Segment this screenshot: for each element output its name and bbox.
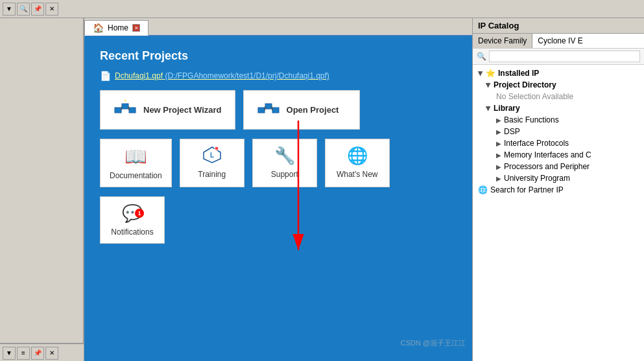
training-label: Training <box>198 170 226 179</box>
tree-arrow-project: ▶ <box>485 82 492 87</box>
tree-university[interactable]: ▶ University Program <box>473 172 644 184</box>
tree-arrow-processors: ▶ <box>496 163 501 170</box>
svg-line-3 <box>121 106 122 110</box>
library-label: Library <box>494 104 520 113</box>
tree-arrow-memory: ▶ <box>496 152 501 159</box>
project-name[interactable]: Dchufaqi1.qpf (D:/FPGAhomework/test1/D1/… <box>115 71 329 80</box>
search-partner-label: Search for Partner IP <box>490 185 564 194</box>
university-label: University Program <box>504 174 570 183</box>
documentation-icon: 📖 <box>125 146 147 167</box>
tree-arrow-library: ▶ <box>485 106 492 111</box>
support-label: Support <box>271 170 298 179</box>
whats-new-label: What's New <box>337 170 378 179</box>
tree-library[interactable]: ▶ Library <box>473 102 644 114</box>
toolbar-btn-close[interactable]: ✕ <box>45 3 58 16</box>
left-toolbar-btn-4[interactable]: ✕ <box>45 347 58 360</box>
tree-arrow-basic: ▶ <box>496 117 501 124</box>
svg-rect-2 <box>129 108 136 113</box>
installed-ip-icon: ⭐ <box>486 69 495 78</box>
toolbar-btn-1[interactable]: ▼ <box>3 3 16 16</box>
svg-rect-7 <box>265 104 272 109</box>
new-project-label: New Project Wizard <box>143 105 222 115</box>
tree-arrow-interface: ▶ <box>496 140 501 147</box>
training-btn[interactable]: L Training <box>180 139 244 187</box>
svg-rect-0 <box>115 108 121 113</box>
home-icon: 🏠 <box>93 23 104 33</box>
ip-catalog-header: IP Catalog <box>473 18 644 34</box>
globe-icon: 🌐 <box>478 185 488 194</box>
tab-bar: 🏠 Home ✕ <box>84 18 472 36</box>
main-container: ▼ ≡ 📌 ✕ 🏠 Home ✕ Recent Projects 📄 <box>0 18 644 361</box>
ip-tree: ▶ ⭐ Installed IP ▶ Project Directory No … <box>473 65 644 361</box>
left-toolbar-btn-2[interactable]: ≡ <box>17 347 30 360</box>
action-buttons-row: New Project Wizard Open Project <box>100 90 457 130</box>
search-icon: 🔍 <box>477 52 486 61</box>
tab-home-label: Home <box>108 23 128 32</box>
support-btn[interactable]: 🔧 Support <box>252 139 317 187</box>
tree-project-directory[interactable]: ▶ Project Directory <box>473 79 644 91</box>
svg-rect-1 <box>122 104 128 109</box>
support-icon: 🔧 <box>274 146 295 166</box>
tree-search-partner[interactable]: 🌐 Search for Partner IP <box>473 184 644 196</box>
tree-memory-interfaces[interactable]: ▶ Memory Interfaces and C <box>473 149 644 161</box>
documentation-btn[interactable]: 📖 Documentation <box>100 139 172 187</box>
project-path-text: (D:/FPGAhomework/test1/D1/prj/Dchufaqi1.… <box>165 71 329 80</box>
tree-interface-protocols[interactable]: ▶ Interface Protocols <box>473 137 644 149</box>
tree-dsp[interactable]: ▶ DSP <box>473 126 644 137</box>
device-family-bar: Device Family Cyclone IV E <box>473 34 644 49</box>
open-project-label: Open Project <box>287 105 339 115</box>
notification-badge: 1 <box>135 209 144 218</box>
tree-arrow-installed: ▶ <box>477 71 484 76</box>
whats-new-btn[interactable]: 🌐 What's New <box>325 139 390 187</box>
notifications-btn[interactable]: 💬 1 Notifications <box>100 196 165 244</box>
svg-point-13 <box>215 146 219 150</box>
tree-processors[interactable]: ▶ Processors and Peripher <box>473 161 644 172</box>
notifications-row: 💬 1 Notifications <box>100 196 457 244</box>
svg-rect-6 <box>258 108 265 113</box>
project-name-text: Dchufaqi1.qpf <box>115 71 163 80</box>
dsp-label: DSP <box>504 127 520 136</box>
tab-home[interactable]: 🏠 Home ✕ <box>84 20 149 36</box>
toolbar-btn-search[interactable]: 🔍 <box>17 3 30 16</box>
new-project-wizard-btn[interactable]: New Project Wizard <box>100 90 235 130</box>
tree-installed-ip[interactable]: ▶ ⭐ Installed IP <box>473 67 644 79</box>
training-icon: L <box>202 146 222 166</box>
tree-arrow-university: ▶ <box>496 175 501 182</box>
device-family-label: Device Family <box>473 34 532 48</box>
svg-line-9 <box>265 106 265 110</box>
whats-new-icon: 🌐 <box>347 146 368 166</box>
svg-line-4 <box>128 106 129 110</box>
left-bottom-toolbar: ▼ ≡ 📌 ✕ <box>0 344 84 361</box>
left-toolbar-btn-1[interactable]: ▼ <box>3 347 16 360</box>
svg-marker-5 <box>125 100 126 102</box>
tree-arrow-dsp: ▶ <box>496 128 501 135</box>
tree-basic-functions[interactable]: ▶ Basic Functions <box>473 114 644 126</box>
ip-catalog-panel: IP Catalog Device Family Cyclone IV E 🔍 … <box>472 18 644 361</box>
basic-functions-label: Basic Functions <box>504 115 559 124</box>
tab-close-btn[interactable]: ✕ <box>132 24 140 32</box>
ip-search-input[interactable] <box>489 51 640 62</box>
center-area: 🏠 Home ✕ Recent Projects 📄 Dchufaqi1.qpf… <box>84 18 472 361</box>
project-file-icon: 📄 <box>100 71 111 81</box>
open-project-btn[interactable]: Open Project <box>243 90 360 130</box>
notifications-label: Notifications <box>111 227 153 237</box>
left-toolbar-btn-3[interactable]: 📌 <box>31 347 44 360</box>
processors-label: Processors and Peripher <box>504 162 590 171</box>
notifications-icon: 💬 1 <box>122 204 143 224</box>
svg-line-10 <box>272 106 272 110</box>
recent-projects-title: Recent Projects <box>100 49 457 63</box>
toolbar-btn-pin[interactable]: 📌 <box>31 3 44 16</box>
installed-ip-label: Installed IP <box>498 69 539 78</box>
left-sidebar: ▼ ≡ 📌 ✕ <box>0 18 84 361</box>
documentation-label: Documentation <box>110 171 162 180</box>
svg-rect-8 <box>272 108 279 113</box>
new-project-icon <box>113 99 137 121</box>
tools-row: 📖 Documentation L Training 🔧 S <box>100 139 457 187</box>
left-sidebar-bottom: ▼ ≡ 📌 ✕ <box>0 343 84 361</box>
top-toolbar: ▼ 🔍 📌 ✕ <box>0 0 644 18</box>
no-selection-label: No Selection Available <box>496 92 573 101</box>
memory-interfaces-label: Memory Interfaces and C <box>504 150 591 159</box>
svg-text:L: L <box>210 152 214 159</box>
watermark: CSDN @混子王江江 <box>401 338 466 348</box>
device-family-value[interactable]: Cyclone IV E <box>532 34 644 48</box>
